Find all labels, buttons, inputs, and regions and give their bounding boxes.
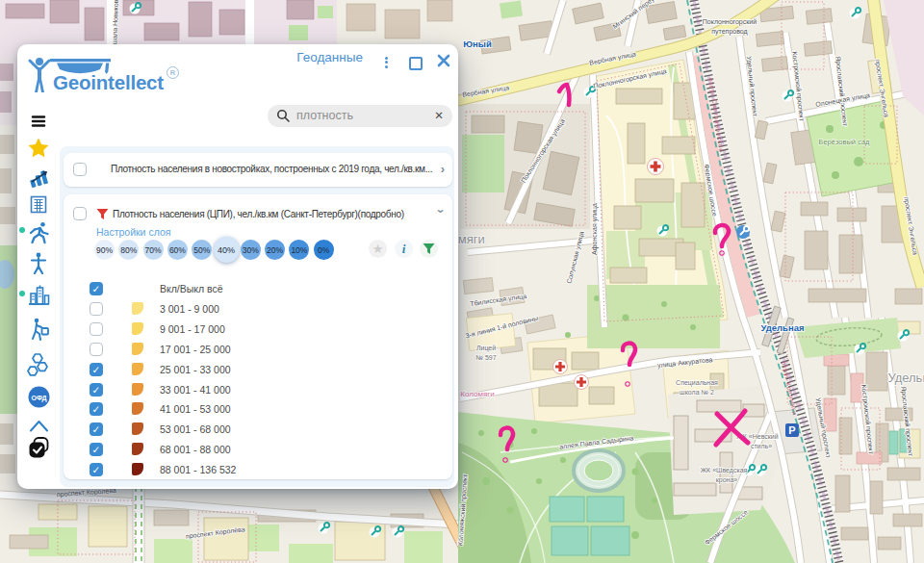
legend-label: 3 001 - 9 000 xyxy=(160,303,219,315)
legend-checkbox[interactable]: ✓ xyxy=(90,463,103,476)
opacity-option-0[interactable]: 0% xyxy=(314,240,334,260)
layer1-title: Плотность населения в новостройках, пост… xyxy=(111,164,434,174)
legend-color-swatch xyxy=(132,383,143,396)
map-label: Афонская улица xyxy=(591,203,599,255)
legend-checkbox[interactable] xyxy=(90,322,103,336)
opacity-option-90[interactable]: 90% xyxy=(94,240,115,260)
map-label: Удельн xyxy=(887,371,924,385)
legend-color-swatch xyxy=(132,343,143,355)
sidebar-item-person[interactable] xyxy=(17,251,60,276)
kebab-menu-icon[interactable] xyxy=(381,55,391,70)
legend-checkbox[interactable]: ✓ xyxy=(90,443,103,456)
legend-checkbox[interactable]: ✓ xyxy=(90,282,103,295)
map-zone-poklonnogorskaya xyxy=(460,104,590,229)
active-layer-dot xyxy=(19,291,25,296)
legend-label: 88 001 - 136 532 xyxy=(160,464,236,475)
layer-card-expanded[interactable]: Плотность населения (ЦПИ), чел./кв.км (С… xyxy=(64,194,452,479)
favorite-star-icon[interactable]: ★ xyxy=(369,240,387,258)
legend-row: ✓41 001 - 53 000 xyxy=(64,399,452,420)
sidebar-item-selection-check[interactable] xyxy=(17,435,60,460)
opacity-option-30[interactable]: 30% xyxy=(241,240,261,260)
panel-title[interactable]: Геоданные xyxy=(276,50,363,64)
logo-person-icon xyxy=(28,57,51,99)
opacity-option-70[interactable]: 70% xyxy=(143,240,164,260)
legend-color-swatch xyxy=(132,302,143,315)
legend-row: ✓53 001 - 68 000 xyxy=(64,420,452,440)
info-icon[interactable]: i xyxy=(395,240,413,258)
logo-registered-mark: R xyxy=(167,66,179,79)
legend-label: 53 001 - 68 000 xyxy=(160,423,231,435)
layer-settings-link[interactable]: Настройки слоя xyxy=(96,226,170,238)
legend-row: ✓25 001 - 33 000 xyxy=(64,360,452,380)
legend-label: 33 001 - 41 000 xyxy=(160,384,231,396)
legend-checkbox[interactable]: ✓ xyxy=(90,363,103,376)
map-label: Лицей xyxy=(476,345,496,352)
sidebar-item-runner[interactable] xyxy=(17,220,60,245)
annotation-question-1-dot xyxy=(722,253,723,254)
legend-checkbox[interactable]: ✓ xyxy=(90,402,103,416)
legend-label: 25 001 - 33 000 xyxy=(160,364,231,375)
map-label: стиль» xyxy=(751,443,772,449)
active-layer-dot xyxy=(19,227,25,233)
map-label: путепровод xyxy=(711,28,747,36)
map-label: Поклонногорский xyxy=(703,18,757,26)
sidebar-item-pedestrian-traffic[interactable] xyxy=(17,317,60,342)
annotation-question-3-dot xyxy=(505,460,506,461)
layer2-title: Плотность населения (ЦПИ), чел./кв.км (С… xyxy=(113,209,440,219)
legend-row: 3 001 - 9 000 xyxy=(64,299,452,320)
map-label: ЖК «Шведская xyxy=(701,467,748,474)
map-label: Удельная xyxy=(760,322,804,333)
svg-text:P: P xyxy=(788,424,795,436)
maximize-button[interactable] xyxy=(409,57,423,70)
legend-color-swatch xyxy=(132,463,143,475)
sidebar-item-favorites-star[interactable] xyxy=(17,135,60,160)
sidebar-item-menu-hamburger[interactable] xyxy=(17,109,60,134)
layer-card-collapsed[interactable]: Плотность населения в новостройках, пост… xyxy=(64,153,452,187)
legend-color-swatch xyxy=(132,363,143,375)
opacity-option-60[interactable]: 60% xyxy=(167,240,188,260)
map-label: крона» xyxy=(716,476,738,484)
legend-label: 9 001 - 17 000 xyxy=(160,323,225,335)
search-box: ✕ xyxy=(268,105,452,127)
filter-icon[interactable] xyxy=(420,240,438,258)
svg-text:ОФД: ОФД xyxy=(31,394,46,401)
sidebar-item-demography[interactable] xyxy=(17,165,60,190)
legend-row: 9 001 - 17 000 xyxy=(64,320,452,340)
search-clear-icon[interactable]: ✕ xyxy=(434,109,444,122)
legend-row: ✓68 001 - 88 000 xyxy=(64,440,452,460)
legend-row: ✓Вкл/Выкл всё xyxy=(64,279,452,299)
opacity-option-40[interactable]: 40% xyxy=(214,237,240,263)
layer2-filter-icon xyxy=(96,207,109,224)
legend-row: ✓88 001 - 136 532 xyxy=(64,460,452,480)
layer2-collapse-chevron[interactable]: › xyxy=(433,209,448,213)
map-label: Юный xyxy=(463,38,492,49)
opacity-option-50[interactable]: 50% xyxy=(192,240,212,260)
legend-label: Вкл/Выкл всё xyxy=(160,283,223,294)
sidebar: ОФД xyxy=(17,106,60,472)
legend-row: 17 001 - 25 000 xyxy=(64,340,452,360)
legend-checkbox[interactable] xyxy=(90,302,103,316)
opacity-option-20[interactable]: 20% xyxy=(265,240,285,260)
close-button[interactable] xyxy=(436,53,451,68)
opacity-option-80[interactable]: 80% xyxy=(118,240,139,260)
legend-color-swatch xyxy=(132,422,143,435)
sidebar-item-ofd[interactable]: ОФД xyxy=(17,384,60,409)
opacity-option-10[interactable]: 10% xyxy=(289,240,309,260)
map-label: Коломяги xyxy=(460,390,494,398)
logo-text: Geointellect xyxy=(53,71,164,94)
search-icon xyxy=(276,109,291,127)
layer1-checkbox[interactable] xyxy=(73,163,87,176)
legend-checkbox[interactable]: ✓ xyxy=(90,383,103,397)
legend-label: 68 001 - 88 000 xyxy=(160,444,231,455)
legend-checkbox[interactable]: ✓ xyxy=(90,422,103,436)
map-label: Берёзовый сад xyxy=(819,138,871,146)
search-input[interactable] xyxy=(296,109,417,122)
legend-checkbox[interactable] xyxy=(90,343,103,356)
map-label: школа № 2 xyxy=(680,389,714,396)
legend-color-swatch xyxy=(132,443,143,455)
sidebar-item-hexagon-grid[interactable] xyxy=(17,352,60,377)
sidebar-item-building[interactable] xyxy=(17,192,60,218)
legend-color-swatch xyxy=(132,402,143,415)
layer1-expand-chevron[interactable]: › xyxy=(441,162,445,176)
layer2-checkbox[interactable] xyxy=(73,207,87,220)
